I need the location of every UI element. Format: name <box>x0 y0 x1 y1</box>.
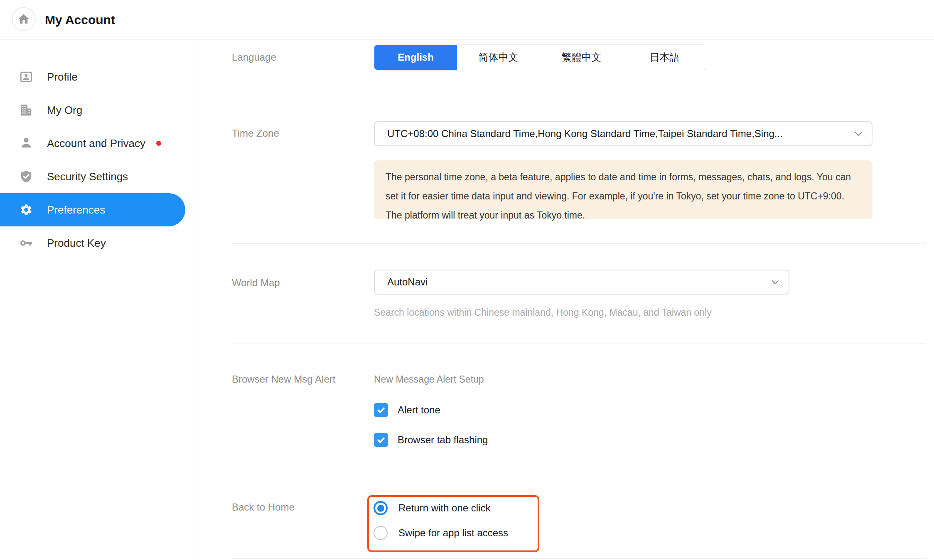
contact-card-icon <box>19 70 33 84</box>
page-title: My Account <box>45 0 115 39</box>
sidebar-item-product-key[interactable]: Product Key <box>0 226 197 260</box>
time-zone-label: Time Zone <box>232 127 279 140</box>
browser-alert-label: Browser New Msg Alert <box>232 373 335 386</box>
back-to-home-label: Back to Home <box>232 501 295 513</box>
time-zone-select[interactable]: UTC+08:00 China Standard Time,Hong Kong … <box>374 121 873 146</box>
alert-setup-heading: New Message Alert Setup <box>374 373 484 386</box>
sidebar-item-label: Account and Privacy <box>47 137 145 150</box>
sidebar-item-profile[interactable]: Profile <box>0 60 197 93</box>
radio-unselected-icon[interactable] <box>374 526 388 540</box>
radio-selected-icon[interactable] <box>374 501 388 515</box>
building-icon <box>19 103 33 117</box>
language-option-english[interactable]: English <box>374 45 457 70</box>
home-icon <box>17 12 30 26</box>
sidebar: Profile My Org Account and Privacy Secur… <box>0 40 197 560</box>
world-map-helper-text: Search locations within Chinese mainland… <box>374 306 712 319</box>
section-divider <box>232 558 926 559</box>
app-header: My Account <box>0 0 934 39</box>
sidebar-item-preferences[interactable]: Preferences <box>0 193 185 226</box>
checkbox-checked-icon[interactable] <box>374 403 388 417</box>
language-option-traditional-chinese[interactable]: 繁體中文 <box>540 45 623 70</box>
return-one-click-radio-row[interactable]: Return with one click <box>374 501 490 515</box>
section-divider <box>232 243 926 244</box>
world-map-select[interactable]: AutoNavi <box>374 270 789 295</box>
sidebar-item-security-settings[interactable]: Security Settings <box>0 160 197 193</box>
radio-label: Swipe for app list access <box>398 527 508 539</box>
language-segmented-control: English 简体中文 繁體中文 日本語 <box>374 44 706 70</box>
section-divider <box>232 344 926 344</box>
gear-icon <box>19 203 33 217</box>
radio-label: Return with one click <box>398 502 490 514</box>
home-button[interactable] <box>12 7 36 31</box>
checkbox-label: Browser tab flashing <box>398 434 488 446</box>
shield-check-icon <box>19 169 33 184</box>
tab-flashing-checkbox-row[interactable]: Browser tab flashing <box>374 433 488 447</box>
key-icon <box>19 236 33 250</box>
sidebar-item-label: Profile <box>47 71 78 84</box>
sidebar-item-account-privacy[interactable]: Account and Privacy <box>0 127 197 160</box>
checkbox-checked-icon[interactable] <box>374 433 388 447</box>
checkbox-label: Alert tone <box>398 404 440 416</box>
language-option-simplified-chinese[interactable]: 简体中文 <box>457 45 540 70</box>
alert-tone-checkbox-row[interactable]: Alert tone <box>374 403 440 417</box>
world-map-label: World Map <box>232 277 280 289</box>
time-zone-value: UTC+08:00 China Standard Time,Hong Kong … <box>387 128 783 140</box>
sidebar-item-label: Security Settings <box>47 170 128 183</box>
time-zone-note: The personal time zone, a beta feature, … <box>374 160 873 219</box>
sidebar-item-label: My Org <box>47 104 82 117</box>
sidebar-item-my-org[interactable]: My Org <box>0 93 197 127</box>
world-map-value: AutoNavi <box>387 276 428 288</box>
language-label: Language <box>232 51 276 64</box>
sidebar-item-label: Product Key <box>47 237 106 250</box>
chevron-down-icon <box>853 129 863 139</box>
swipe-app-list-radio-row[interactable]: Swipe for app list access <box>374 526 508 540</box>
preferences-panel: Language English 简体中文 繁體中文 日本語 Time Zone… <box>198 40 934 560</box>
notification-dot <box>156 141 161 146</box>
language-option-japanese[interactable]: 日本語 <box>623 45 706 70</box>
sidebar-item-label: Preferences <box>47 204 105 216</box>
chevron-down-icon <box>770 277 780 287</box>
person-icon <box>19 136 33 150</box>
